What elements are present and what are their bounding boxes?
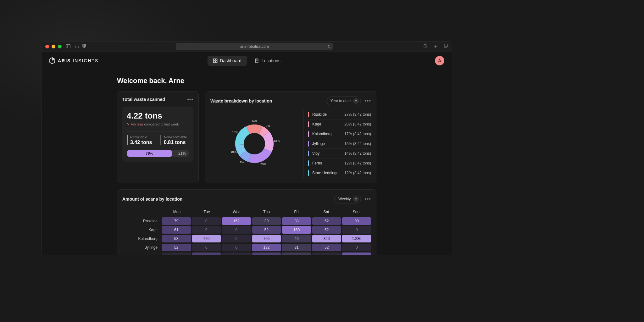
table-row: Roskilde79015239885298	[122, 217, 371, 225]
maximize-window-button[interactable]	[58, 45, 62, 48]
nav-back-button[interactable]: ‹	[75, 44, 76, 49]
table-row: Køge610052150520	[122, 226, 371, 234]
legend-row: Viby 14% (3.42 tons)	[308, 149, 371, 158]
legend-value: 12% (3.42 tons)	[344, 171, 371, 175]
legend-row: Kalundborg 17% (3.42 tons)	[308, 129, 371, 139]
progress-rest: 21%	[178, 151, 186, 156]
heatmap-cell: 0	[192, 226, 221, 234]
heatmap-cell: 0	[312, 253, 341, 255]
heatmap-cell: 152	[222, 217, 251, 225]
minimize-window-button[interactable]	[52, 45, 55, 48]
chevron-down-icon: ▾	[353, 98, 359, 104]
range-label: Year to date	[330, 99, 351, 103]
nav-dashboard[interactable]: Dashboard	[207, 56, 247, 66]
row-location: Jyllinge	[122, 244, 161, 251]
progress-bar: 79% 21%	[127, 150, 189, 157]
day-header: Thu	[252, 210, 281, 214]
address-bar[interactable]: aris-robotics.com ↻	[176, 43, 333, 50]
heatmap-cell: 0	[192, 217, 221, 225]
range-dropdown[interactable]: Year to date ▾	[326, 97, 361, 105]
share-icon[interactable]	[423, 43, 427, 50]
legend-row: Store Heddinge 12% (3.42 tons)	[308, 168, 371, 178]
heatmap-cell: 705	[252, 235, 281, 242]
legend-name: Kalundborg	[312, 132, 344, 136]
avatar-initial: A	[438, 58, 441, 63]
shield-icon[interactable]	[82, 44, 86, 49]
svg-rect-7	[215, 61, 217, 63]
heatmap-cell: 61	[162, 226, 191, 234]
legend-name: Jyllinge	[312, 142, 344, 146]
legend-name: Roskilde	[312, 112, 344, 117]
heatmap-cell: 720	[192, 235, 221, 242]
heatmap-cell: 0	[222, 244, 251, 251]
legend-name: Køge	[312, 122, 344, 126]
row-location: Kalundborg	[122, 235, 161, 242]
heatmap-cell: 88	[282, 217, 311, 225]
heatmap-cell: 98	[342, 217, 371, 225]
more-icon[interactable]: •••	[365, 98, 371, 104]
browser-titlebar: ‹ › aris-robotics.com ↻ ＋	[42, 42, 452, 52]
nav-forward-button[interactable]: ›	[78, 44, 79, 49]
chevron-down-icon: ▾	[353, 196, 359, 202]
more-icon[interactable]: •••	[365, 196, 371, 202]
scans-heatmap: MonTueWedThuFriSatSunRoskilde79015239885…	[122, 208, 371, 255]
heatmap-cell: 0	[222, 235, 251, 242]
legend-color-bar	[308, 170, 309, 176]
recyclable-value: 3.42 tons	[130, 140, 155, 145]
legend-color-bar	[308, 151, 309, 156]
legend-value: 14% (3.42 tons)	[344, 151, 371, 156]
browser-window: ‹ › aris-robotics.com ↻ ＋ ARIS INS	[41, 41, 452, 255]
row-location: Roskilde	[122, 217, 161, 225]
heatmap-cell: 49	[282, 235, 311, 242]
logo: ARIS INSIGHTS	[49, 57, 98, 64]
sidebar-toggle-icon[interactable]	[66, 44, 70, 49]
total-waste-title: Total waste scanned	[122, 97, 165, 102]
heatmap-cell: 132	[252, 244, 281, 251]
legend-color-bar	[308, 160, 309, 166]
donut-slice-label: 18%	[274, 139, 280, 142]
donut-slice-label: 7%	[266, 124, 270, 127]
close-window-button[interactable]	[45, 45, 49, 48]
legend-name: Store Heddinge	[312, 171, 344, 175]
heatmap-cell: 1.280	[342, 235, 371, 242]
svg-rect-2	[445, 44, 448, 47]
svg-rect-4	[213, 59, 215, 60]
grid-icon	[213, 58, 217, 63]
donut-slice-label: 14%	[252, 119, 258, 123]
nonrecyclable-label: Non-recyclable	[164, 135, 189, 139]
table-row: Jyllinge520013231520	[122, 244, 371, 251]
day-header: Fri	[281, 210, 311, 214]
scans-range-dropdown[interactable]: Weekly ▾	[334, 195, 361, 203]
refresh-icon[interactable]: ↻	[327, 44, 330, 49]
heatmap-cell: 0	[222, 226, 251, 234]
day-header: Sun	[341, 210, 371, 214]
logo-icon	[49, 57, 55, 64]
row-location: Viby	[122, 253, 161, 255]
breakdown-legend: Roskilde 27% (3.42 tons) Køge 20% (3.42 …	[303, 110, 371, 178]
heatmap-cell: 0	[162, 253, 191, 255]
day-header: Wed	[222, 210, 252, 214]
tabs-icon[interactable]	[444, 43, 448, 50]
new-tab-icon[interactable]: ＋	[433, 43, 438, 50]
svg-rect-6	[213, 61, 215, 63]
heatmap-cell: 52	[312, 226, 341, 234]
scans-title: Amount of scans by location	[122, 197, 182, 202]
table-row: Kalundborg537200705498201.280	[122, 235, 371, 242]
heatmap-cell: 0	[342, 226, 371, 234]
heatmap-cell: 31	[282, 244, 311, 251]
heatmap-cell: 79	[192, 253, 221, 255]
donut-slice-label: 10%	[230, 150, 236, 153]
avatar[interactable]: A	[435, 56, 444, 65]
legend-value: 12% (3.42 tons)	[344, 161, 371, 165]
heatmap-cell: 78	[252, 253, 281, 255]
nav-dashboard-label: Dashboard	[220, 58, 242, 63]
heatmap-cell: 53	[162, 235, 191, 242]
legend-row: Roskilde 27% (3.42 tons)	[308, 110, 371, 119]
card-scans: Amount of scans by location Weekly ▾ •••…	[117, 189, 376, 255]
heatmap-cell: 0	[342, 244, 371, 251]
more-icon[interactable]: •••	[187, 97, 193, 102]
legend-row: Ferns 12% (3.42 tons)	[308, 158, 371, 168]
nav-locations[interactable]: Locations	[249, 56, 286, 66]
legend-value: 20% (3.42 tons)	[344, 122, 371, 126]
nav-locations-label: Locations	[262, 58, 280, 63]
